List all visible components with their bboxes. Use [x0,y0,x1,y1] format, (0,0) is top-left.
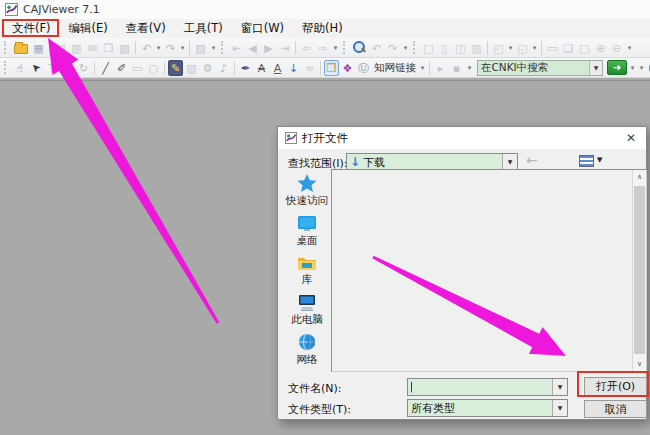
search-go-button-dropdown[interactable]: ▾ [629,64,636,72]
menu-window[interactable]: 窗口(W) [232,19,293,38]
zoom-out-icon[interactable]: ⊖ [609,40,624,56]
look-in-dropdown-icon[interactable]: ▼ [502,154,517,170]
strikeout-text-icon[interactable]: A [254,60,269,76]
prev-page-icon[interactable]: ◀ [245,40,260,56]
single-page-icon[interactable]: □ [421,40,436,56]
scrollbar-thumb[interactable] [634,186,645,354]
highlight-text-icon[interactable]: ✒ [238,60,253,76]
file-list[interactable]: ∧ ∨ [331,169,647,372]
rotate-ccw-icon[interactable]: ↺ [60,60,75,76]
this-pc-icon [296,293,318,312]
zoom-in-icon[interactable]: ⊕ [593,40,608,56]
place-libraries[interactable]: 库 [296,254,318,287]
snapshot-icon[interactable]: ✎ [168,60,183,76]
fit-width-icon[interactable]: ▭ [545,40,560,56]
search-go-button[interactable]: ➜ [607,60,627,75]
redo-icon-dropdown[interactable]: ▾ [179,44,186,52]
copy-icon[interactable]: ❐ [101,40,116,56]
toolbar-tools: ☝➤T↺↻╱✐▭○✎▧⚙♪✒AA↓∞❒❖Ⓤ知网链接▾▸▪▾在CNKI中搜索▼➜▾… [0,58,650,78]
back-icon[interactable]: ← [526,152,538,168]
scroll-down-icon[interactable]: ∨ [633,357,646,371]
quick-access-star-icon [296,173,318,193]
place-this-pc[interactable]: 此电脑 [291,293,323,327]
print-preview-icon[interactable]: ▥ [69,40,84,56]
sound-note-icon[interactable]: ♪ [216,60,231,76]
cancel-button[interactable]: 取消 [584,400,647,418]
image-tool-icon[interactable]: ▧ [184,60,199,76]
continuous-page-icon[interactable]: ▯ [437,40,452,56]
place-desktop[interactable]: 桌面 [296,214,318,248]
ellipse-tool-icon[interactable]: ○ [146,60,161,76]
rotate-view-right-icon-dropdown[interactable]: ▾ [531,44,538,52]
actual-size-icon[interactable]: □ [577,40,592,56]
stop-icon[interactable]: ▪ [449,60,464,76]
save-icon[interactable]: ▦ [31,40,46,56]
settings-icon[interactable]: ⚙ [200,60,215,76]
paste-icon[interactable]: ▧ [117,40,132,56]
close-icon[interactable]: ✕ [623,131,639,145]
dialog-app-icon [285,132,297,144]
view-menu-caret-icon[interactable]: ▼ [597,156,602,164]
play-icon[interactable]: ▸ [433,60,448,76]
undo-markup-icon[interactable]: ↶ [369,40,384,56]
open-file-icon[interactable] [14,44,28,54]
place-quick-access[interactable]: 快速访问 [286,173,328,208]
menu-tools[interactable]: 工具(T) [175,19,232,38]
insert-arrow-icon[interactable]: ↓ [286,60,301,76]
place-label: 库 [302,273,313,287]
properties-icon[interactable]: ▨ [193,40,208,56]
downloads-folder-icon: ↓ [347,155,360,169]
file-name-dropdown-icon[interactable]: ▼ [552,379,567,395]
file-name-label: 文件名(N): [288,381,342,396]
rect-tool-icon[interactable]: ▭ [130,60,145,76]
view-menu-icon[interactable] [579,155,594,167]
first-page-icon[interactable]: ⇤ [229,40,244,56]
rotate-view-right-icon[interactable]: ◱ [515,40,530,56]
scroll-up-icon[interactable]: ∧ [633,170,646,184]
text-select-icon[interactable]: T [44,60,59,76]
cnki-link-label-dropdown[interactable]: ▾ [419,64,426,72]
rotate-cw-icon[interactable]: ↻ [76,60,91,76]
link-icon[interactable]: ∞ [302,60,317,76]
menu-edit[interactable]: 编辑(E) [60,19,117,38]
search-text[interactable]: 在CNKI中搜索 [478,61,589,75]
file-type-dropdown-icon[interactable]: ▼ [552,400,567,416]
file-list-scrollbar[interactable]: ∧ ∨ [632,170,646,371]
knowledge-node-icon[interactable]: ❖ [340,60,355,76]
fit-page-icon[interactable]: ❏ [561,40,576,56]
mail-icon[interactable]: ✉ [85,40,100,56]
rotate-view-left-icon[interactable]: ◰ [491,40,506,56]
title-bar: CAJViewer 7.1 [0,0,650,19]
undo-icon[interactable]: ↶ [139,40,154,56]
next-page-icon[interactable]: ▶ [261,40,276,56]
search-dropdown-icon[interactable]: ▼ [589,61,602,75]
cnki-search-input[interactable]: 在CNKI中搜索▼ [477,60,603,76]
menu-file[interactable]: 文件(F) [3,19,60,38]
file-type-combobox[interactable]: 所有类型 ▼ [407,399,568,417]
cajviewer-window: CAJViewer 7.1 文件(F) 编辑(E) 查看(V) 工具(T) 窗口… [0,0,650,435]
libraries-folder-icon [296,254,318,272]
file-name-combobox[interactable]: ▼ [407,378,568,396]
forward-view-icon[interactable]: ⇨ [315,40,330,56]
open-button[interactable]: 打开(O) [584,377,647,396]
continuous-facing-icon[interactable]: ▥ [469,40,484,56]
pen-tool-icon[interactable]: ✐ [114,60,129,76]
facing-page-icon[interactable]: ◫ [453,40,468,56]
back-view-icon[interactable]: ⇦ [299,40,314,56]
place-network[interactable]: 网络 [296,333,318,367]
underline-text-icon[interactable]: A [270,60,285,76]
line-tool-icon[interactable]: ╱ [98,60,113,76]
unit-circle-icon[interactable]: Ⓤ [356,60,371,76]
cnki-link-label[interactable]: 知网链接 [372,61,418,75]
file-type-label: 文件类型(T): [288,402,351,417]
note-page-icon[interactable]: ❒ [324,60,339,76]
find-icon[interactable] [353,41,366,54]
undo-icon-dropdown[interactable]: ▾ [155,44,162,52]
redo-icon[interactable]: ↷ [163,40,178,56]
redo-markup-icon[interactable]: ↷ [385,40,400,56]
rotate-view-left-icon-dropdown[interactable]: ▾ [507,44,514,52]
menu-help[interactable]: 帮助(H) [293,19,352,38]
menu-view[interactable]: 查看(V) [117,19,175,38]
print-icon[interactable]: ▤ [53,40,68,56]
last-page-icon[interactable]: ⇥ [277,40,292,56]
